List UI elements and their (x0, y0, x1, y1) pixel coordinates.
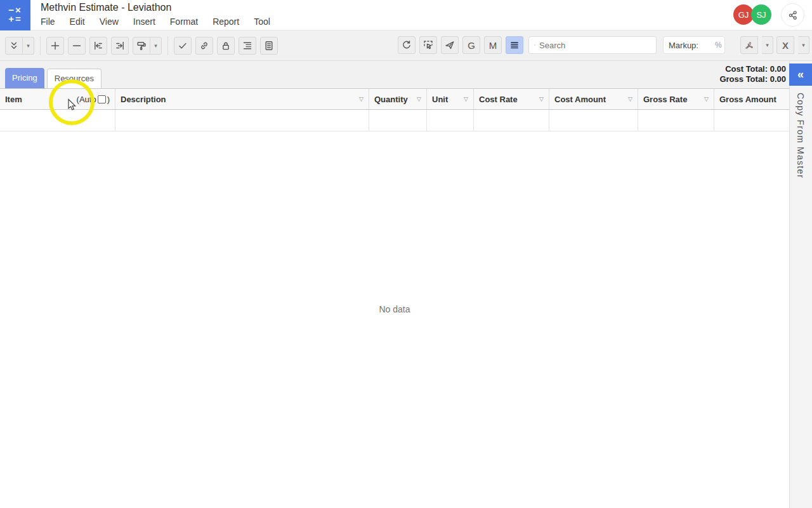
column-dropdown-icon[interactable]: ▽ (628, 96, 632, 102)
column-dropdown-icon[interactable]: ▽ (417, 96, 421, 102)
toolbar-separator (167, 36, 168, 55)
copy-from-master-tab[interactable]: Copy From Master (796, 93, 806, 178)
expand-all-button[interactable] (5, 37, 23, 55)
column-header-description[interactable]: Description ▽ (115, 89, 369, 109)
empty-cell[interactable] (427, 110, 474, 131)
menu-bar: File Edit View Insert Format Report Tool (41, 17, 270, 27)
markup-label: Markup: (669, 41, 698, 50)
menu-item-view[interactable]: View (100, 17, 119, 27)
totals-summary: Cost Total: 0.00 Gross Total: 0.00 (719, 64, 786, 84)
column-dropdown-icon[interactable]: ▽ (704, 96, 709, 102)
pdf-export-split-button: ▾ (740, 36, 773, 54)
column-header-gross-rate[interactable]: Gross Rate ▽ (638, 89, 714, 109)
empty-cell[interactable] (549, 110, 638, 131)
no-data-message: No data (0, 304, 789, 314)
toolbar: ▾ ▾ (0, 30, 812, 61)
column-header-cost-amount[interactable]: Cost Amount ▽ (549, 89, 638, 109)
toolbar-middle-group: G M (398, 36, 523, 54)
indent-icon (115, 41, 125, 51)
share-button[interactable] (781, 3, 804, 27)
select-button[interactable] (419, 36, 437, 54)
excel-export-split-button: X ▾ (776, 36, 809, 54)
menu-item-format[interactable]: Format (170, 17, 198, 27)
gross-total-label: Gross Total: (719, 74, 768, 84)
paper-plane-icon (445, 40, 455, 50)
empty-grid-row[interactable] (0, 110, 789, 131)
column-label: Gross Rate (643, 95, 687, 104)
confirm-button[interactable] (174, 37, 192, 55)
column-header-gross-amount[interactable]: Gross Amount (714, 89, 789, 109)
excel-icon: X (782, 40, 789, 51)
excel-export-button[interactable]: X (776, 36, 794, 54)
search-input[interactable] (539, 41, 651, 50)
microsoft-button[interactable]: M (484, 36, 502, 54)
marquee-select-icon (423, 40, 433, 50)
menu-item-file[interactable]: File (41, 17, 55, 27)
menu-item-report[interactable]: Report (213, 17, 239, 27)
markup-input[interactable] (698, 41, 715, 50)
column-label: Unit (432, 95, 448, 104)
expand-dropdown-button[interactable]: ▾ (23, 37, 34, 55)
menu-item-insert[interactable]: Insert (133, 17, 155, 27)
list-levels-icon (242, 41, 252, 51)
plus-icon (50, 41, 60, 51)
pdf-export-button[interactable] (740, 36, 758, 54)
empty-cell[interactable] (474, 110, 549, 131)
column-label: Description (121, 95, 166, 104)
empty-cell[interactable] (369, 110, 427, 131)
menu-lines-icon (509, 40, 520, 50)
paint-roller-button[interactable] (133, 37, 150, 55)
cost-total-value: 0.00 (770, 64, 786, 74)
remove-row-button[interactable] (68, 37, 86, 55)
outdent-icon (93, 41, 103, 51)
column-dropdown-icon[interactable]: ▽ (539, 96, 544, 102)
add-row-button[interactable] (46, 37, 64, 55)
double-chevron-down-icon (9, 41, 19, 51)
tab-pricing[interactable]: Pricing (5, 68, 44, 88)
lock-button[interactable] (217, 37, 235, 55)
gross-total-line: Gross Total: 0.00 (719, 74, 786, 84)
empty-cell[interactable] (638, 110, 714, 131)
percent-suffix: % (715, 41, 722, 50)
empty-cell[interactable] (115, 110, 369, 131)
expand-panel-button[interactable]: « (789, 64, 812, 86)
mouse-cursor-icon (67, 98, 77, 112)
column-header-cost-rate[interactable]: Cost Rate ▽ (474, 89, 549, 109)
outdent-button[interactable] (89, 37, 107, 55)
toolbar-left-group: ▾ ▾ (5, 36, 278, 55)
column-header-unit[interactable]: Unit ▽ (427, 89, 474, 109)
google-sheets-button[interactable]: G (462, 36, 480, 54)
empty-cell[interactable] (714, 110, 789, 131)
refresh-button[interactable] (398, 36, 416, 54)
markup-box: Markup: % (663, 36, 725, 54)
menu-item-tool[interactable]: Tool (254, 17, 270, 27)
menu-item-edit[interactable]: Edit (70, 17, 85, 27)
toolbar-separator (40, 36, 41, 55)
send-button[interactable] (441, 36, 459, 54)
link-button[interactable] (195, 37, 213, 55)
paint-dropdown-button[interactable]: ▾ (150, 37, 162, 55)
pdf-icon (744, 40, 754, 50)
column-label: Gross Amount (719, 95, 776, 104)
search-box (528, 36, 657, 54)
column-label: Item (5, 95, 22, 104)
expand-all-split-button: ▾ (5, 37, 34, 55)
link-icon (199, 41, 209, 51)
column-dropdown-icon[interactable]: ▽ (359, 96, 363, 102)
tab-row: Pricing Resources Cost Total: 0.00 Gross… (0, 61, 789, 89)
row-density-toggle-button[interactable] (506, 36, 523, 54)
indent-button[interactable] (111, 37, 129, 55)
column-header-quantity[interactable]: Quantity ▽ (369, 89, 427, 109)
share-icon (788, 10, 798, 20)
lock-icon (221, 41, 231, 51)
pdf-dropdown-button[interactable]: ▾ (762, 36, 773, 54)
check-icon (178, 41, 188, 51)
column-dropdown-icon[interactable]: ▽ (464, 96, 468, 102)
column-label: Cost Rate (479, 95, 518, 104)
excel-dropdown-button[interactable]: ▾ (798, 36, 809, 54)
refresh-icon (402, 40, 412, 50)
worksheet-button[interactable] (260, 37, 278, 55)
auto-number-checkbox[interactable] (98, 95, 106, 104)
avatar[interactable]: SJ (751, 4, 771, 25)
subitems-button[interactable] (239, 37, 256, 55)
